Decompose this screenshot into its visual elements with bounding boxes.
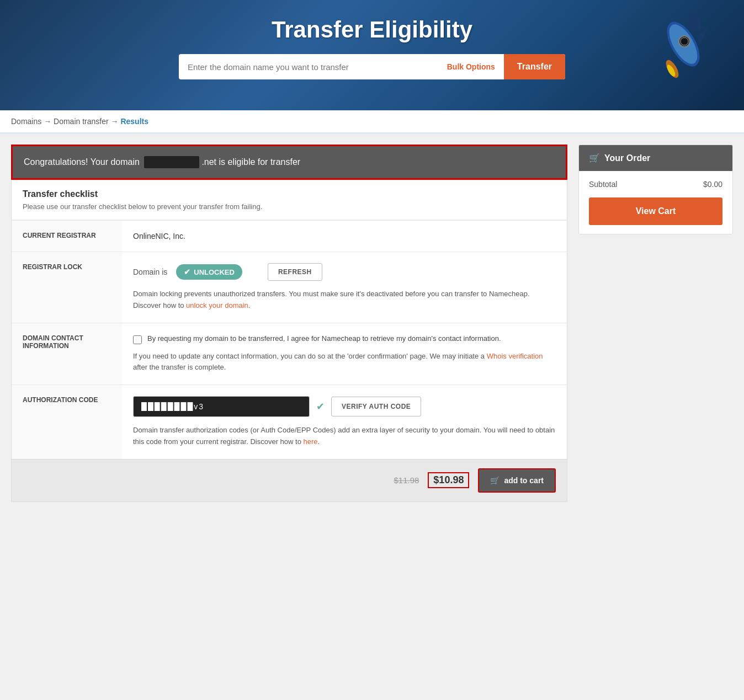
add-to-cart-button[interactable]: 🛒 add to cart bbox=[478, 468, 556, 493]
search-bar: Bulk Options Transfer bbox=[179, 54, 565, 79]
order-cart-icon: 🛒 bbox=[589, 153, 600, 163]
breadcrumb-sep2: → bbox=[111, 117, 119, 126]
subtotal-row: Subtotal $0.00 bbox=[589, 180, 722, 189]
whois-verification-link[interactable]: Whois verification bbox=[487, 352, 543, 360]
contact-note-text: If you need to update any contact inform… bbox=[133, 352, 485, 360]
breadcrumb-domain-transfer[interactable]: Domain transfer bbox=[54, 117, 109, 126]
auth-desc-text: Domain transfer authorization codes (or … bbox=[133, 426, 555, 446]
add-to-cart-label: add to cart bbox=[504, 476, 544, 485]
success-message-end: is eligible for transfer bbox=[219, 157, 301, 167]
registrar-row: CURRENT REGISTRAR OnlineNIC, Inc. bbox=[12, 220, 567, 252]
registrar-name: OnlineNIC, Inc. bbox=[133, 232, 185, 241]
auth-here-link[interactable]: here bbox=[304, 437, 318, 446]
original-price: $11.98 bbox=[394, 475, 419, 485]
sale-price: $10.98 bbox=[428, 472, 469, 488]
verify-auth-button[interactable]: VERIFY AUTH CODE bbox=[331, 397, 421, 416]
domain-search-input[interactable] bbox=[179, 55, 438, 79]
page-title: Transfer Eligibility bbox=[11, 17, 733, 43]
checklist-header: Transfer checklist Please use our transf… bbox=[12, 180, 567, 220]
domain-redacted bbox=[144, 156, 199, 168]
bulk-options-button[interactable]: Bulk Options bbox=[438, 55, 504, 79]
auth-code-input-wrap: ✔ VERIFY AUTH CODE bbox=[133, 396, 556, 417]
success-message-start: Congratulations! Your domain bbox=[24, 157, 140, 167]
transfer-button[interactable]: Transfer bbox=[504, 54, 565, 79]
check-icon: ✔ bbox=[184, 268, 190, 276]
auth-code-content: ✔ VERIFY AUTH CODE Domain transfer autho… bbox=[122, 385, 567, 459]
registrar-lock-row: REGISTRAR LOCK Domain is ✔ UNLOCKED REFR… bbox=[12, 252, 567, 323]
contact-checkbox[interactable] bbox=[133, 335, 142, 344]
left-panel: Congratulations! Your domain .net is eli… bbox=[11, 145, 567, 502]
success-banner: Congratulations! Your domain .net is eli… bbox=[11, 145, 567, 180]
auth-code-input[interactable] bbox=[133, 396, 310, 417]
breadcrumb-results[interactable]: Results bbox=[120, 117, 148, 126]
auth-code-row: AUTHORIZATION CODE ✔ VERIFY AUTH CODE Do… bbox=[12, 384, 567, 459]
right-panel: 🛒 Your Order Subtotal $0.00 View Cart bbox=[578, 145, 733, 502]
unlocked-text: UNLOCKED bbox=[194, 268, 235, 276]
breadcrumb: Domains → Domain transfer → Results bbox=[0, 110, 744, 133]
unlock-domain-link[interactable]: unlock your domain bbox=[186, 301, 248, 309]
order-card: 🛒 Your Order Subtotal $0.00 View Cart bbox=[578, 145, 733, 234]
checklist-container: Transfer checklist Please use our transf… bbox=[11, 180, 567, 502]
subtotal-value: $0.00 bbox=[703, 180, 722, 189]
contact-update-note: If you need to update any contact inform… bbox=[133, 351, 556, 374]
checklist-title: Transfer checklist bbox=[23, 189, 556, 199]
view-cart-button[interactable]: View Cart bbox=[589, 197, 722, 225]
refresh-button[interactable]: REFRESH bbox=[268, 263, 322, 281]
subtotal-label: Subtotal bbox=[589, 180, 617, 189]
svg-point-4 bbox=[681, 38, 688, 45]
order-card-body: Subtotal $0.00 View Cart bbox=[579, 171, 732, 234]
checklist-description: Please use our transfer checklist below … bbox=[23, 202, 556, 211]
auth-description: Domain transfer authorization codes (or … bbox=[133, 425, 556, 448]
auth-check-icon: ✔ bbox=[316, 400, 325, 413]
domain-contact-content: By requesting my domain to be transferre… bbox=[122, 323, 567, 385]
contact-note-suffix: after the transfer is complete. bbox=[133, 363, 226, 371]
success-tld: .net bbox=[201, 157, 216, 167]
domain-contact-label: DOMAIN CONTACTINFORMATION bbox=[12, 323, 122, 385]
auth-code-label: AUTHORIZATION CODE bbox=[12, 385, 122, 459]
header-banner: Transfer Eligibility Bulk Options Transf… bbox=[0, 0, 744, 110]
registrar-label: CURRENT REGISTRAR bbox=[12, 221, 122, 252]
main-container: Congratulations! Your domain .net is eli… bbox=[0, 133, 744, 513]
rocket-decoration bbox=[645, 6, 711, 94]
domain-contact-row: DOMAIN CONTACTINFORMATION By requesting … bbox=[12, 323, 567, 385]
breadcrumb-domains[interactable]: Domains bbox=[11, 117, 41, 126]
unlocked-badge: ✔ UNLOCKED bbox=[176, 264, 242, 280]
cart-icon: 🛒 bbox=[490, 476, 499, 485]
contact-info-text: By requesting my domain to be transferre… bbox=[147, 334, 501, 343]
checkbox-area: By requesting my domain to be transferre… bbox=[133, 334, 556, 344]
registrar-value: OnlineNIC, Inc. bbox=[122, 221, 567, 252]
domain-is-text: Domain is bbox=[133, 268, 167, 276]
order-card-header: 🛒 Your Order bbox=[579, 145, 732, 171]
footer-pricing-row: $11.98 $10.98 🛒 add to cart bbox=[12, 459, 567, 501]
breadcrumb-sep1: → bbox=[44, 117, 51, 126]
lock-description: Domain locking prevents unauthorized tra… bbox=[133, 288, 556, 312]
registrar-lock-label: REGISTRAR LOCK bbox=[12, 252, 122, 323]
order-title: Your Order bbox=[604, 153, 650, 163]
registrar-lock-content: Domain is ✔ UNLOCKED REFRESH Domain lock… bbox=[122, 252, 567, 323]
